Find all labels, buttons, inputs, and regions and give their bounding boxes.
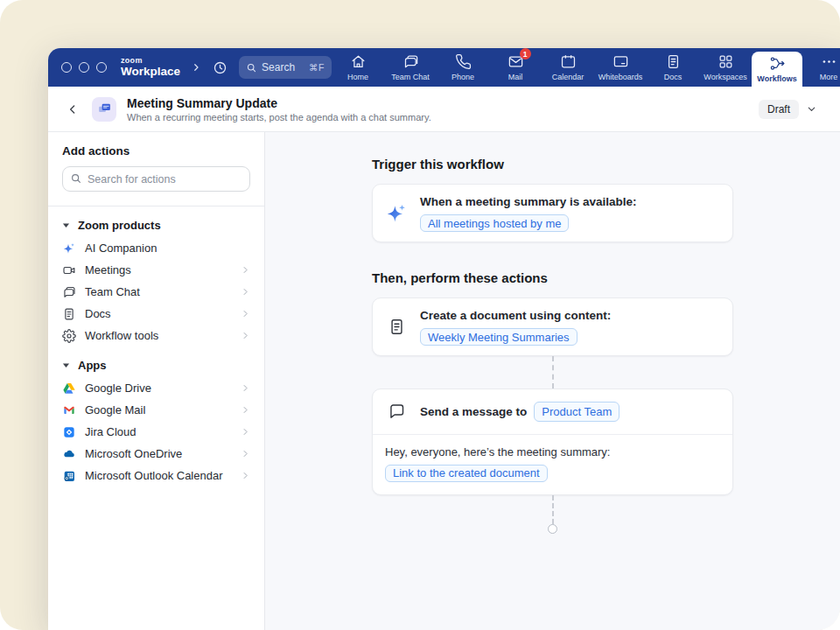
section-header-apps[interactable]: Apps bbox=[62, 359, 250, 372]
back-button[interactable] bbox=[64, 101, 81, 118]
actions-heading: Then, perform these actions bbox=[372, 270, 733, 285]
calendar-icon bbox=[560, 53, 577, 70]
search-placeholder: Search bbox=[262, 61, 295, 74]
trigger-card[interactable]: When a meeting summary is available: All… bbox=[372, 184, 733, 242]
onedrive-icon bbox=[62, 447, 76, 461]
trigger-heading: Trigger this workflow bbox=[372, 157, 733, 172]
section-zoom-products: Zoom products AI Companion Meetings Team… bbox=[62, 219, 250, 346]
nav-item-whiteboards[interactable]: Whiteboards bbox=[594, 48, 647, 87]
sidebar-item-jira-cloud[interactable]: Jira Cloud bbox=[62, 421, 250, 443]
gear-icon bbox=[62, 329, 76, 343]
primary-nav: Home Team Chat Phone 1 Mail bbox=[332, 48, 840, 87]
message-recipient-pill[interactable]: Product Team bbox=[534, 402, 620, 422]
send-message-text: Send a message to bbox=[420, 404, 527, 420]
connector-line bbox=[552, 495, 554, 524]
team-chat-icon bbox=[402, 53, 419, 70]
sidebar-divider bbox=[48, 206, 264, 206]
connector-terminal bbox=[548, 524, 557, 534]
sidebar-item-microsoft-onedrive[interactable]: Microsoft OneDrive bbox=[62, 443, 250, 465]
window-control-minimize[interactable] bbox=[79, 62, 89, 73]
nav-item-calendar[interactable]: Calendar bbox=[542, 48, 594, 87]
chevron-right-icon bbox=[241, 427, 250, 437]
trigger-text: When a meeting summary is available: bbox=[420, 194, 637, 210]
connector-line bbox=[552, 356, 554, 388]
jira-icon bbox=[62, 425, 76, 439]
expand-chevron-icon[interactable] bbox=[191, 62, 201, 73]
chevron-right-icon bbox=[241, 471, 250, 480]
nav-item-mail[interactable]: 1 Mail bbox=[489, 48, 542, 87]
topbar: zoom Workplace Search ⌘F Home bbox=[48, 48, 840, 87]
more-icon bbox=[821, 53, 837, 70]
whiteboards-icon bbox=[612, 53, 629, 70]
caret-down-icon bbox=[62, 221, 70, 229]
outlook-calendar-icon bbox=[62, 469, 76, 483]
chevron-right-icon bbox=[241, 331, 250, 340]
nav-item-phone[interactable]: Phone bbox=[437, 48, 489, 87]
sidebar-item-meetings[interactable]: Meetings bbox=[62, 259, 250, 281]
ai-companion-icon bbox=[62, 242, 76, 256]
team-chat-icon bbox=[62, 285, 76, 299]
desktop-background: zoom Workplace Search ⌘F Home bbox=[0, 0, 840, 630]
sidebar-item-google-drive[interactable]: Google Drive bbox=[62, 377, 250, 399]
sidebar-item-team-chat[interactable]: Team Chat bbox=[62, 281, 250, 303]
search-shortcut: ⌘F bbox=[309, 62, 325, 73]
home-icon bbox=[350, 53, 367, 70]
window-control-zoom[interactable] bbox=[96, 62, 107, 73]
status-dropdown[interactable]: Draft bbox=[759, 100, 817, 119]
phone-icon bbox=[455, 53, 472, 70]
mail-icon: 1 bbox=[508, 53, 524, 70]
document-icon bbox=[385, 318, 408, 336]
docs-icon bbox=[62, 307, 76, 321]
message-link-pill[interactable]: Link to the created document bbox=[385, 465, 548, 482]
create-document-text: Create a document using content: bbox=[420, 308, 611, 324]
nav-item-workspaces[interactable]: Workspaces bbox=[699, 48, 752, 87]
nav-item-workflows[interactable]: Workflows bbox=[752, 52, 802, 87]
workflow-titles: Meeting Summary Update When a recurring … bbox=[127, 96, 431, 122]
chevron-right-icon bbox=[241, 383, 250, 393]
global-search[interactable]: Search ⌘F bbox=[239, 56, 332, 79]
section-header-zoom-products[interactable]: Zoom products bbox=[62, 219, 250, 232]
history-icon[interactable] bbox=[212, 60, 228, 76]
document-content-pill[interactable]: Weekly Meeting Summaries bbox=[420, 328, 578, 346]
window-controls[interactable] bbox=[61, 62, 107, 73]
logo-workplace: Workplace bbox=[121, 66, 180, 78]
docs-icon bbox=[665, 53, 682, 70]
gmail-icon bbox=[62, 403, 76, 417]
google-drive-icon bbox=[62, 382, 76, 396]
status-badge: Draft bbox=[759, 100, 799, 119]
sidebar-item-microsoft-outlook-calendar[interactable]: Microsoft Outlook Calendar bbox=[62, 465, 250, 486]
nav-item-docs[interactable]: Docs bbox=[647, 48, 699, 87]
mail-unread-badge: 1 bbox=[520, 48, 531, 60]
sidebar-item-workflow-tools[interactable]: Workflow tools bbox=[62, 325, 250, 346]
workflow-title: Meeting Summary Update bbox=[127, 96, 431, 110]
chevron-right-icon bbox=[241, 265, 250, 275]
send-message-card[interactable]: Send a message to Product Team Hey, ever… bbox=[372, 388, 733, 495]
chat-bubble-icon bbox=[385, 402, 408, 421]
chevron-right-icon bbox=[241, 287, 250, 297]
zoom-workplace-window: zoom Workplace Search ⌘F Home bbox=[48, 48, 840, 630]
workflow-app-icon bbox=[92, 97, 116, 122]
search-icon bbox=[70, 172, 82, 185]
create-document-card[interactable]: Create a document using content: Weekly … bbox=[372, 298, 733, 356]
ai-sparkle-icon bbox=[385, 202, 408, 225]
message-body-text: Hey, everyone, here’s the meeting summar… bbox=[385, 445, 720, 458]
workflow-subtitle: When a recurring meeting starts, post th… bbox=[127, 112, 431, 122]
nav-item-team-chat[interactable]: Team Chat bbox=[384, 48, 437, 87]
workspaces-icon bbox=[718, 53, 734, 70]
actions-search-input[interactable] bbox=[62, 166, 250, 192]
nav-item-home[interactable]: Home bbox=[332, 48, 384, 87]
workflows-icon bbox=[769, 55, 786, 72]
sidebar-item-docs[interactable]: Docs bbox=[62, 303, 250, 325]
workflow-canvas: Trigger this workflow When a meeting sum… bbox=[265, 132, 840, 630]
actions-sidebar: Add actions Zoom products AI Companion bbox=[48, 132, 265, 630]
sidebar-heading: Add actions bbox=[62, 144, 250, 158]
trigger-scope-pill[interactable]: All meetings hosted by me bbox=[420, 214, 569, 232]
sidebar-item-google-mail[interactable]: Google Mail bbox=[62, 399, 250, 421]
chevron-down-icon bbox=[806, 103, 817, 115]
nav-item-more[interactable]: More bbox=[802, 48, 840, 87]
window-control-close[interactable] bbox=[61, 62, 72, 73]
meetings-icon bbox=[62, 263, 76, 277]
sidebar-item-ai-companion[interactable]: AI Companion bbox=[62, 237, 250, 259]
search-icon bbox=[246, 62, 257, 74]
zoom-workplace-logo: zoom Workplace bbox=[121, 57, 180, 78]
